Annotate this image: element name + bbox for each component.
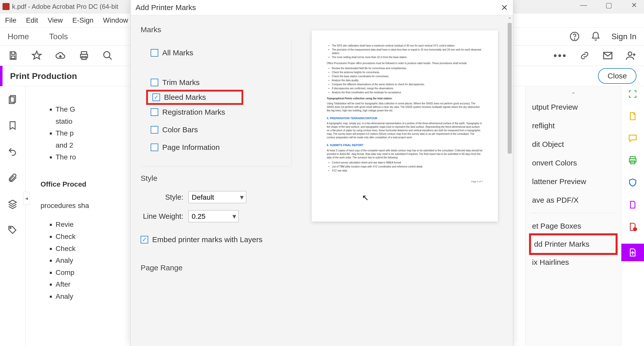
svg-rect-2	[11, 56, 15, 59]
line-weight-select[interactable]: 0.25	[188, 210, 239, 222]
panel-item-flattener-preview[interactable]: lattener Preview	[526, 172, 621, 191]
scrollbar-thumb[interactable]	[508, 23, 512, 154]
layers-icon[interactable]	[7, 198, 18, 209]
save-icon[interactable]	[8, 50, 19, 61]
tool-page-icon[interactable]	[627, 111, 638, 121]
right-tool-rail	[621, 86, 644, 346]
checkbox-embed-layers[interactable]: Embed printer marks with Layers	[141, 231, 292, 248]
checkbox-icon[interactable]	[141, 236, 148, 243]
share-link-icon[interactable]	[579, 50, 590, 61]
preview-heading: Topographical Points collection using th…	[327, 97, 392, 100]
window-maximize-button[interactable]: ▢	[601, 0, 616, 10]
dialog-scrollbar[interactable]: ⌃	[507, 15, 512, 346]
checkbox-icon[interactable]	[151, 126, 158, 134]
dialog-close-icon[interactable]: ✕	[501, 3, 508, 13]
panel-item-output-preview[interactable]: utput Preview	[526, 98, 621, 116]
menu-window[interactable]: Window	[103, 16, 128, 24]
section-page-range: Page Range	[141, 264, 292, 272]
cloud-upload-icon[interactable]	[55, 50, 66, 61]
tool-comment-icon[interactable]	[627, 133, 638, 144]
tab-home[interactable]: Home	[8, 32, 29, 41]
undo-icon[interactable]	[7, 146, 18, 157]
panel-item-set-page-boxes[interactable]: et Page Boxes	[526, 217, 621, 235]
section-style: Style	[141, 174, 292, 183]
close-button[interactable]: Close	[598, 68, 636, 84]
panel-item-edit-object[interactable]: dit Object	[526, 135, 621, 154]
preview-heading: 6. SUBMITS FINAL REPORT	[327, 143, 483, 147]
preview-line: Analyze the final coordinates and the re…	[332, 91, 483, 94]
preview-line: The rover setting shall not be more than…	[332, 56, 483, 59]
tab-tools[interactable]: Tools	[49, 32, 68, 41]
checkbox-trim-marks[interactable]: Trim Marks	[151, 74, 286, 91]
menu-view[interactable]: View	[48, 16, 63, 24]
help-icon[interactable]	[569, 31, 580, 42]
preview-line: Review the downloaded field file for cor…	[332, 67, 483, 70]
preview-line: XYZ raw data	[332, 169, 483, 172]
more-icon[interactable]: •••	[553, 50, 567, 61]
checkbox-icon[interactable]	[151, 49, 158, 57]
checkbox-icon[interactable]	[151, 144, 158, 151]
tool-shield-icon[interactable]	[627, 177, 638, 188]
attachment-icon[interactable]	[7, 172, 18, 183]
page-preview: The GPS site calibration shall have a ma…	[312, 30, 498, 222]
menu-file[interactable]: File	[5, 16, 16, 24]
panel-item-save-pdfx[interactable]: ave as PDF/X	[526, 191, 621, 209]
add-printer-marks-dialog: Add Printer Marks ✕ Marks All Marks Trim…	[130, 0, 513, 346]
checkbox-bleed-marks[interactable]: Bleed Marks	[146, 90, 243, 105]
star-icon[interactable]	[31, 50, 42, 61]
doc-line: The p	[56, 129, 74, 137]
line-weight-label: Line Weight:	[141, 212, 183, 221]
zoom-icon[interactable]	[102, 50, 113, 61]
scroll-up-icon[interactable]: ⌃	[526, 91, 621, 98]
preview-line: Compare the different observations of th…	[332, 83, 483, 86]
menu-esign[interactable]: E-Sign	[72, 16, 94, 24]
panel-item-add-printer-marks[interactable]: dd Printer Marks	[529, 233, 618, 255]
checkbox-page-information[interactable]: Page Information	[151, 139, 286, 156]
checkbox-icon[interactable]	[151, 108, 158, 116]
tool-crop-icon[interactable]	[627, 89, 638, 99]
tag-icon[interactable]	[7, 225, 18, 236]
preview-line: If discrepancies are confirmed, merge th…	[332, 87, 483, 90]
dialog-form: Marks All Marks Trim Marks Bleed Marks	[131, 15, 302, 346]
checkbox-icon[interactable]	[151, 79, 158, 86]
preview-heading: 5. PREPARATION TERRAIN/CONTOUR	[327, 116, 483, 120]
doc-line: The ro	[56, 153, 76, 161]
print-icon[interactable]	[78, 50, 90, 61]
collapse-left-rail[interactable]: ◂	[23, 192, 30, 205]
window-title: k.pdf - Adobe Acrobat Pro DC (64-bit	[12, 3, 118, 11]
doc-heading: Office Proced	[41, 180, 86, 188]
tool-print-production-icon[interactable]	[621, 244, 644, 261]
bell-icon[interactable]	[590, 31, 601, 42]
checkbox-registration-marks[interactable]: Registration Marks	[151, 103, 286, 121]
add-person-icon[interactable]	[625, 50, 636, 61]
window-close-button[interactable]: ✕	[626, 0, 641, 10]
window-minimize-button[interactable]: —	[576, 0, 591, 10]
doc-line: and 2	[56, 141, 73, 149]
preview-line: At least 3 copies of hard copy of the co…	[327, 149, 483, 159]
panel-item-fix-hairlines[interactable]: ix Hairlines	[526, 253, 621, 272]
preview-line: Control survey calculation sheet and raw…	[332, 161, 483, 164]
dialog-preview: The GPS site calibration shall have a ma…	[302, 15, 513, 346]
tool-pdf-alert-icon[interactable]	[627, 222, 638, 232]
style-select[interactable]: Default	[188, 191, 246, 203]
email-icon[interactable]	[602, 50, 613, 61]
preview-line: Using Totalstation will be used for topo…	[327, 102, 483, 112]
svg-point-10	[10, 227, 11, 229]
menu-edit[interactable]: Edit	[26, 16, 38, 24]
panel-title: Print Production	[10, 71, 77, 81]
checkbox-all-marks[interactable]: All Marks	[151, 44, 286, 62]
checkbox-label: All Marks	[162, 49, 193, 57]
panel-item-convert-colors[interactable]: onvert Colors	[526, 154, 621, 172]
print-production-panel: ⌃ utput Preview reflight dit Object onve…	[525, 86, 621, 346]
sign-in-button[interactable]: Sign In	[611, 32, 636, 41]
dialog-title: Add Printer Marks	[136, 3, 196, 12]
panel-item-preflight[interactable]: reflight	[526, 116, 621, 135]
checkbox-color-bars[interactable]: Color Bars	[151, 121, 286, 139]
pages-icon[interactable]	[7, 94, 18, 105]
tool-print-icon[interactable]	[627, 155, 638, 166]
dialog-titlebar: Add Printer Marks ✕	[131, 0, 513, 15]
section-marks: Marks	[141, 25, 292, 34]
bookmark-icon[interactable]	[7, 120, 18, 131]
checkbox-icon[interactable]	[152, 94, 160, 101]
tool-doc-icon[interactable]	[627, 199, 638, 210]
